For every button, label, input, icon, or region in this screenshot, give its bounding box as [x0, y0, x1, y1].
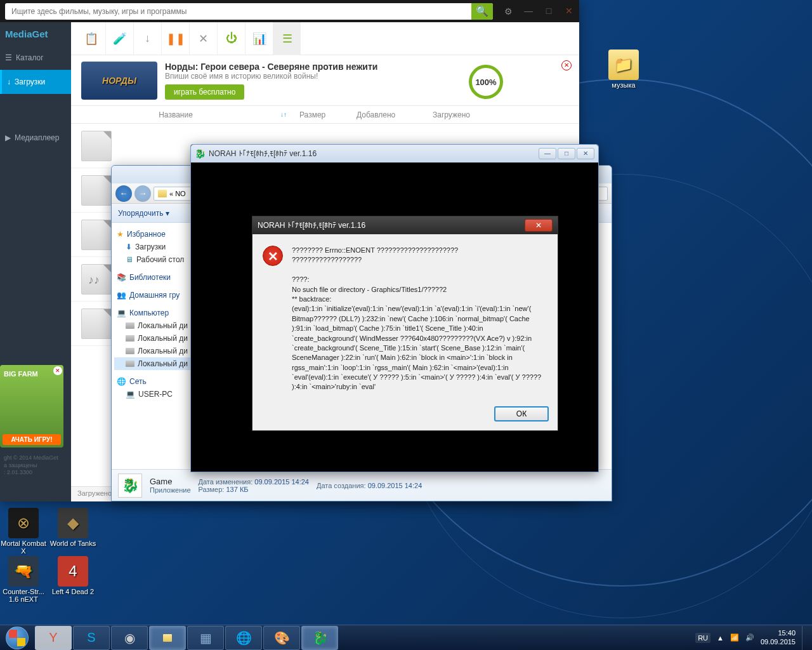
icon-label: музыка: [600, 81, 647, 89]
folder-icon: 📁: [608, 50, 639, 80]
banner-title: Норды: Герои севера - Северяне против не…: [165, 62, 377, 72]
banner-subtitle: Впиши своё имя в историю великой войны!: [165, 72, 377, 81]
download-button[interactable]: ↓: [133, 22, 161, 55]
language-indicator[interactable]: RU: [695, 633, 710, 643]
stats-button[interactable]: 📊: [245, 22, 273, 55]
icon-label: Left 4 Dead 2: [49, 588, 96, 595]
list-view-button[interactable]: ☰: [273, 22, 301, 55]
add-file-button[interactable]: 📋: [77, 22, 105, 55]
download-icon: ↓: [7, 77, 11, 86]
nav-downloads[interactable]: ↓Загрузки: [0, 70, 71, 94]
search-icon: 🔍: [476, 5, 488, 17]
col-size[interactable]: Размер: [287, 110, 344, 119]
app-icon: 🔫: [8, 556, 39, 587]
column-headers: Название ↓↑ Размер Добавлено Загружено: [71, 106, 579, 124]
taskbar-yandex[interactable]: Y: [35, 626, 72, 650]
pause-button[interactable]: ❚❚: [161, 22, 189, 55]
desktop-folder-music[interactable]: 📁 музыка: [600, 50, 647, 89]
file-icon: [81, 131, 112, 161]
back-button[interactable]: ←: [115, 185, 132, 202]
ad-close-button[interactable]: ✕: [53, 366, 62, 375]
mediaget-titlebar[interactable]: 🔍 ⚙ — □ ✕: [0, 0, 579, 22]
music-file-icon: [81, 264, 112, 295]
icon-label: World of Tanks: [49, 540, 96, 547]
copyright-text: ght © 2014 MediaGet а защищены : 2.01.33…: [0, 452, 71, 479]
forward-button[interactable]: →: [134, 185, 151, 202]
icon-label: Mortal Kombat X: [0, 540, 47, 555]
game-titlebar[interactable]: 🐉 NORAH ﾄ｢ﾅﾓ[ﾎhﾁ,ﾓ[ﾎhﾃ ver.1.16 — □ ✕: [191, 145, 598, 162]
clock[interactable]: 15:40 09.09.2015: [761, 629, 796, 646]
maximize-button[interactable]: □: [558, 148, 575, 159]
banner-play-button[interactable]: играть бесплатно: [165, 84, 244, 100]
desktop-app-mk[interactable]: ⊗ Mortal Kombat X: [0, 508, 47, 555]
folder-icon: [163, 634, 172, 642]
file-icon: [81, 220, 112, 250]
add-link-button[interactable]: 🧪: [105, 22, 133, 55]
nav-player[interactable]: ▶Медиаплеер: [0, 126, 71, 150]
minimize-button[interactable]: —: [539, 148, 556, 159]
banner-game-logo: НОРДЫ: [81, 62, 157, 100]
game-title: NORAH ﾄ｢ﾅﾓ[ﾎhﾁ,ﾓ[ﾎhﾃ ver.1.16: [209, 149, 317, 158]
settings-button[interactable]: ⚙: [498, 6, 518, 17]
taskbar-paint[interactable]: 🎨: [263, 626, 300, 650]
desktop-app-cs[interactable]: 🔫 Counter-Str... 1.6 nEXT: [0, 556, 47, 603]
taskbar-skype[interactable]: S: [73, 626, 110, 650]
close-button[interactable]: ✕: [577, 148, 594, 159]
error-icon: ✕: [263, 246, 283, 266]
promo-banner: НОРДЫ Норды: Герои севера - Северяне про…: [71, 55, 579, 106]
mediaget-logo: MediaGet: [0, 22, 71, 46]
mediaget-toolbar: 📋 🧪 ↓ ❚❚ ✕ ⏻ 📊 ☰: [71, 22, 579, 55]
star-icon: ★: [117, 230, 124, 239]
gear-icon: ⚙: [504, 6, 513, 17]
file-type: Приложение: [150, 486, 191, 494]
minimize-button[interactable]: —: [518, 0, 539, 22]
ad-play-button[interactable]: АЧАТЬ ИГРУ!: [3, 434, 61, 445]
library-icon: 📚: [117, 273, 126, 282]
show-desktop-button[interactable]: [802, 626, 807, 650]
windows-orb-icon: [6, 627, 29, 649]
taskbar-browser[interactable]: 🌐: [225, 626, 262, 650]
desktop-app-l4d2[interactable]: 4 Left 4 Dead 2: [49, 556, 96, 595]
tray-flag-icon[interactable]: ▲: [717, 634, 724, 642]
desktop-app-wot[interactable]: ◆ World of Tanks: [49, 508, 96, 547]
tray-network-icon[interactable]: 📶: [730, 633, 739, 642]
pc-icon: 💻: [126, 390, 135, 399]
col-added[interactable]: Добавлено: [344, 110, 420, 119]
progress-circle: 100%: [469, 65, 503, 99]
col-downloaded[interactable]: Загружено: [420, 110, 483, 119]
homegroup-icon: 👥: [117, 291, 126, 300]
search-container: 🔍: [5, 3, 493, 20]
col-name[interactable]: Название: [71, 110, 280, 119]
ok-button[interactable]: ОК: [494, 406, 549, 421]
error-close-button[interactable]: ✕: [525, 219, 553, 232]
taskbar-app[interactable]: ▦: [187, 626, 224, 650]
app-icon: ◆: [58, 508, 88, 538]
app-icon: 🐉: [118, 474, 142, 498]
download-icon: ⬇: [126, 242, 132, 251]
error-message: ???????? Errno::ENOENT ?????????????????…: [292, 246, 547, 392]
desktop-icon: 🖥: [126, 255, 133, 264]
tray-volume-icon[interactable]: 🔊: [745, 633, 754, 642]
search-button[interactable]: 🔍: [471, 3, 493, 20]
drive-icon: [126, 348, 134, 354]
nav-catalog[interactable]: ☰Каталог: [0, 46, 71, 70]
search-input[interactable]: [5, 7, 471, 16]
dragon-icon: 🐉: [195, 149, 205, 159]
app-icon: ⊗: [8, 508, 39, 538]
taskbar-game[interactable]: 🐉: [301, 626, 338, 650]
ad-title: BIG FARM: [4, 370, 38, 378]
power-button[interactable]: ⏻: [217, 22, 245, 55]
sidebar-ad[interactable]: ✕ BIG FARM АЧАТЬ ИГРУ!: [0, 365, 63, 448]
stop-button[interactable]: ✕: [189, 22, 217, 55]
mediaget-sidebar: MediaGet ☰Каталог ↓Загрузки ▶Медиаплеер …: [0, 22, 71, 501]
taskbar-steam[interactable]: ◉: [111, 626, 148, 650]
error-titlebar[interactable]: NORAH ﾄ｢ﾅﾓ[ﾎhﾁ,ﾓ[ﾎhﾃ ver.1.16 ✕: [252, 216, 558, 234]
file-icon: [81, 308, 112, 339]
maximize-button[interactable]: □: [539, 0, 559, 22]
banner-close-button[interactable]: ✕: [561, 60, 572, 70]
start-button[interactable]: [0, 625, 34, 651]
taskbar-explorer[interactable]: [149, 626, 186, 650]
organize-menu[interactable]: Упорядочить ▾: [118, 209, 169, 218]
close-button[interactable]: ✕: [559, 0, 579, 22]
sort-indicator: ↓↑: [280, 111, 287, 118]
